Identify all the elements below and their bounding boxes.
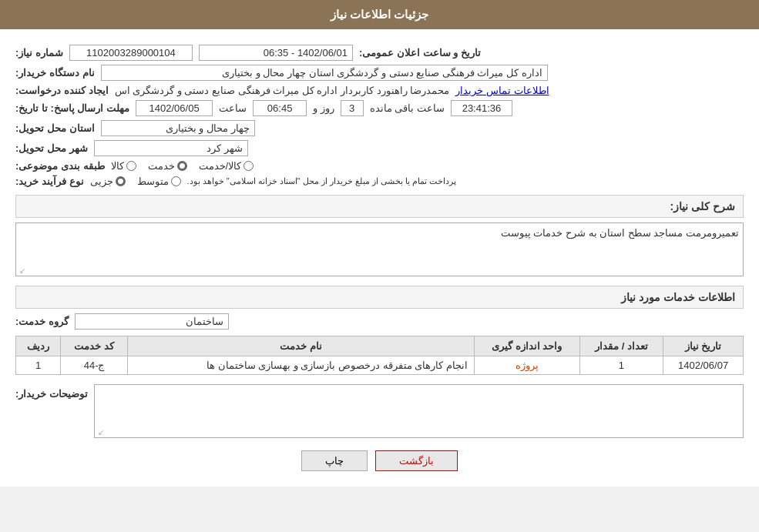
province-value: چهار محال و بختیاری	[101, 120, 255, 136]
category-option-kala[interactable]: کالا	[111, 160, 136, 172]
purchase-type-partial[interactable]: جزیی	[90, 176, 126, 187]
radio-khadamat	[177, 161, 187, 171]
back-button[interactable]: بازگشت	[375, 450, 458, 471]
print-button[interactable]: چاپ	[301, 450, 368, 471]
buyer-org-value: اداره کل میراث فرهنگی صنایع دستی و گردشگ…	[101, 65, 548, 81]
radio-medium	[171, 176, 181, 186]
date-value: 1402/06/01 - 06:35	[199, 45, 353, 61]
resize-handle: ↙	[18, 266, 25, 274]
purchase-type-note: پرداخت تمام یا بخشی از مبلغ خریدار از مح…	[187, 176, 457, 186]
contact-link[interactable]: اطلاعات تماس خریدار	[455, 85, 549, 96]
need-number-label: شماره نیاز:	[15, 47, 63, 59]
date-label: تاریخ و ساعت اعلان عمومی:	[359, 47, 481, 59]
purchase-type-medium[interactable]: متوسط	[137, 176, 181, 187]
need-number-value: 1102003289000104	[69, 45, 193, 61]
deadline-label: مهلت ارسال پاسخ: تا تاریخ:	[15, 102, 129, 114]
button-row: بازگشت چاپ	[15, 450, 744, 471]
category-option-kala-khadamat[interactable]: کالا/خدمت	[199, 160, 254, 172]
category-label: طبقه بندی موضوعی:	[15, 160, 105, 172]
deadline-date: 1402/06/05	[136, 100, 213, 116]
services-section-title: اطلاعات خدمات مورد نیاز	[15, 286, 744, 309]
province-label: استان محل تحویل:	[15, 122, 95, 134]
category-option-khadamat[interactable]: خدمت	[148, 160, 187, 172]
services-table: تاریخ نیاز تعداد / مقدار واحد اندازه گیر…	[15, 336, 744, 375]
need-description-value: تعمیرومرمت مساجد سطح استان به شرح خدمات …	[15, 223, 744, 276]
col-date: تاریخ نیاز	[663, 336, 744, 356]
radio-partial	[116, 176, 126, 186]
deadline-time: 06:45	[253, 100, 307, 116]
page-title: جزئیات اطلاعات نیاز	[0, 0, 759, 29]
purchase-type-group: متوسط جزیی	[90, 176, 181, 187]
purchase-type-label: نوع فرآیند خرید:	[15, 176, 84, 187]
deadline-time-label: ساعت	[219, 102, 247, 114]
service-group-label: گروه خدمت:	[15, 316, 69, 327]
buyer-notes-label: توضیحات خریدار:	[15, 388, 88, 400]
city-label: شهر محل تحویل:	[15, 142, 88, 154]
col-quantity: تعداد / مقدار	[579, 336, 663, 356]
creator-value: محمدرضا راهنورد کاربردار اداره کل میراث …	[115, 85, 450, 96]
creator-label: ایجاد کننده درخواست:	[15, 85, 109, 96]
city-value: شهر کرد	[94, 140, 248, 156]
resize-handle-2: ↙	[96, 428, 104, 436]
radio-kala	[126, 161, 136, 171]
category-group: کالا/خدمت خدمت کالا	[111, 160, 254, 172]
col-service-name: نام خدمت	[127, 336, 474, 356]
deadline-days: 3	[341, 100, 364, 116]
deadline-remaining-label: ساعت باقی مانده	[370, 102, 445, 114]
col-unit: واحد اندازه گیری	[474, 336, 579, 356]
buyer-org-label: نام دستگاه خریدار:	[15, 67, 95, 79]
buyer-notes-box: ↙	[94, 384, 744, 438]
deadline-remaining: 23:41:36	[451, 100, 512, 116]
deadline-day-label: روز و	[313, 102, 334, 114]
need-description-section-title: شرح کلی نیاز:	[15, 195, 744, 218]
col-row: ردیف	[16, 336, 61, 356]
col-service-code: کد خدمت	[61, 336, 128, 356]
radio-kala-khadamat	[243, 161, 254, 171]
service-group-value: ساختمان	[75, 313, 229, 330]
table-row: 1402/06/071پروژهانجام کارهای متفرقه درخص…	[16, 356, 744, 375]
